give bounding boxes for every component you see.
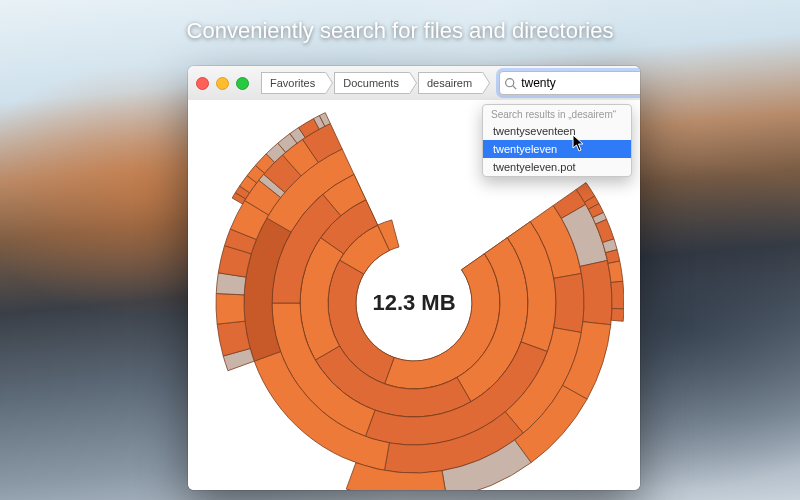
breadcrumb: Favorites Documents desairem: [261, 72, 491, 94]
breadcrumb-item[interactable]: Favorites: [261, 72, 326, 94]
search-input[interactable]: [517, 76, 640, 90]
breadcrumb-item[interactable]: Documents: [334, 72, 410, 94]
close-icon[interactable]: [196, 77, 209, 90]
minimize-icon[interactable]: [216, 77, 229, 90]
search-icon: [504, 77, 517, 90]
sunburst-segment[interactable]: [608, 261, 623, 282]
sunburst-segment[interactable]: [611, 281, 624, 309]
results-item-selected[interactable]: twentyeleven: [483, 140, 631, 158]
app-window: Favorites Documents desairem ✕ Search re…: [188, 66, 640, 490]
marketing-headline: Conveniently search for files and direct…: [0, 18, 800, 44]
svg-point-0: [506, 78, 514, 86]
search-results-popover: Search results in „desairem“ twentyseven…: [482, 104, 632, 177]
sunburst-segment[interactable]: [611, 308, 624, 321]
sunburst-segment[interactable]: [580, 260, 612, 324]
center-size-label: 12.3 MB: [372, 290, 455, 316]
zoom-icon[interactable]: [236, 77, 249, 90]
search-field[interactable]: ✕: [499, 71, 640, 95]
breadcrumb-item[interactable]: desairem: [418, 72, 483, 94]
svg-line-1: [513, 85, 516, 88]
sunburst-segment[interactable]: [216, 293, 245, 324]
window-controls: [196, 77, 249, 90]
sunburst-segment[interactable]: [554, 273, 584, 332]
results-item[interactable]: twentyseventeen: [483, 122, 631, 140]
cursor-icon: [572, 134, 586, 155]
results-item[interactable]: twentyeleven.pot: [483, 158, 631, 176]
results-header: Search results in „desairem“: [483, 105, 631, 122]
